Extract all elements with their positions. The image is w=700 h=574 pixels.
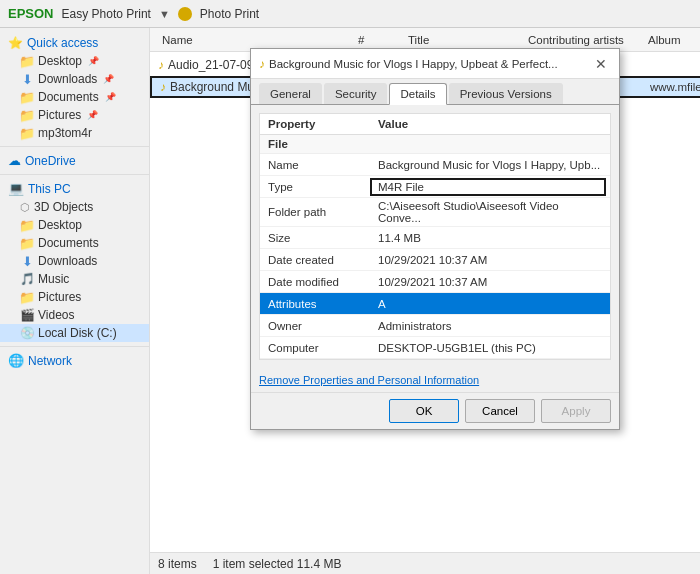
download-folder-icon: ⬇ xyxy=(20,256,34,267)
prop-val: A xyxy=(370,296,610,312)
divider xyxy=(0,146,149,147)
disk-icon: 💿 xyxy=(20,328,34,339)
prop-key: Date created xyxy=(260,252,370,268)
section-file: File xyxy=(260,135,610,154)
music-folder-icon: 🎵 xyxy=(20,274,34,285)
cancel-button[interactable]: Cancel xyxy=(465,399,535,423)
file-album: www.mfiles.co.uk xyxy=(646,81,700,93)
sidebar-quick-access[interactable]: ⭐ Quick access xyxy=(0,34,149,52)
threed-icon: ⬡ xyxy=(20,201,30,214)
col-header-name[interactable]: Name xyxy=(154,34,354,46)
folder-icon: 📁 xyxy=(20,292,34,303)
prop-key: Name xyxy=(260,157,370,173)
prop-key: Size xyxy=(260,230,370,246)
prop-val: 11.4 MB xyxy=(370,230,610,246)
network-label: Network xyxy=(28,354,72,368)
epson-label: EPSON xyxy=(8,6,54,21)
thispc-label: This PC xyxy=(28,182,71,196)
sidebar-label: Pictures xyxy=(38,108,81,122)
property-column-headers: Property Value xyxy=(260,114,610,135)
tab-security[interactable]: Security xyxy=(324,83,388,104)
sidebar-network[interactable]: 🌐 Network xyxy=(0,351,149,370)
prop-row-created: Date created 10/29/2021 10:37 AM xyxy=(260,249,610,271)
sidebar-item-desktop-pc[interactable]: 📁 Desktop xyxy=(0,216,149,234)
top-bar: EPSON Easy Photo Print ▼ Photo Print xyxy=(0,0,700,28)
sidebar-label: Desktop xyxy=(38,54,82,68)
sidebar-item-pictures-quick[interactable]: 📁 Pictures 📌 xyxy=(0,106,149,124)
col-header-hash[interactable]: # xyxy=(354,34,404,46)
sidebar-label: 3D Objects xyxy=(34,200,93,214)
selected-info: 1 item selected 11.4 MB xyxy=(213,557,342,571)
sidebar: ⭐ Quick access 📁 Desktop 📌 ⬇ Downloads 📌… xyxy=(0,28,150,574)
col-property: Property xyxy=(260,116,370,132)
sidebar-thispc[interactable]: 💻 This PC xyxy=(0,179,149,198)
sidebar-label: Pictures xyxy=(38,290,81,304)
prop-row-modified: Date modified 10/29/2021 10:37 AM xyxy=(260,271,610,293)
item-count: 8 items xyxy=(158,557,197,571)
col-header-artists[interactable]: Contributing artists xyxy=(524,34,644,46)
prop-row-computer: Computer DESKTOP-U5GB1EL (this PC) xyxy=(260,337,610,359)
prop-val: C:\Aiseesoft Studio\Aiseesoft Video Conv… xyxy=(370,198,610,226)
prop-row-owner: Owner Administrators xyxy=(260,315,610,337)
sidebar-item-pictures-pc[interactable]: 📁 Pictures xyxy=(0,288,149,306)
prop-val: DESKTOP-U5GB1EL (this PC) xyxy=(370,340,610,356)
sidebar-label: Local Disk (C:) xyxy=(38,326,117,340)
easy-photo-label: Easy Photo Print xyxy=(62,7,151,21)
prop-val: 10/29/2021 10:37 AM xyxy=(370,274,610,290)
pin-icon: 📌 xyxy=(105,92,116,102)
sidebar-label: Documents xyxy=(38,236,99,250)
folder-icon: 📁 xyxy=(20,128,34,139)
col-header-album[interactable]: Album xyxy=(644,34,700,46)
sidebar-label: Documents xyxy=(38,90,99,104)
sidebar-item-documents-quick[interactable]: 📁 Documents 📌 xyxy=(0,88,149,106)
remove-properties-link[interactable]: Remove Properties and Personal Informati… xyxy=(251,368,619,392)
dialog-close-button[interactable]: ✕ xyxy=(591,54,611,74)
music-file-icon: ♪ xyxy=(158,58,164,72)
tab-general[interactable]: General xyxy=(259,83,322,104)
divider xyxy=(0,346,149,347)
sidebar-item-documents-pc[interactable]: 📁 Documents xyxy=(0,234,149,252)
dialog-overlay: ♪ Background Music for Vlogs I Happy, Up… xyxy=(150,28,700,574)
sidebar-label: mp3tom4r xyxy=(38,126,92,140)
dialog-title-text: Background Music for Vlogs I Happy, Upbe… xyxy=(269,58,587,70)
onedrive-icon: ☁ xyxy=(8,153,21,168)
dropdown-arrow[interactable]: ▼ xyxy=(159,8,170,20)
prop-row-attributes: Attributes A xyxy=(260,293,610,315)
sidebar-item-downloads-quick[interactable]: ⬇ Downloads 📌 xyxy=(0,70,149,88)
prop-val: 10/29/2021 10:37 AM xyxy=(370,252,610,268)
tab-previous-versions[interactable]: Previous Versions xyxy=(449,83,563,104)
sidebar-label: Music xyxy=(38,272,69,286)
prop-val: Background Music for Vlogs I Happy, Upb.… xyxy=(370,157,610,173)
computer-icon: 💻 xyxy=(8,181,24,196)
prop-val: Administrators xyxy=(370,318,610,334)
sidebar-item-downloads-pc[interactable]: ⬇ Downloads xyxy=(0,252,149,270)
folder-icon: 📁 xyxy=(20,110,34,121)
prop-row-folder: Folder path C:\Aiseesoft Studio\Aiseesof… xyxy=(260,198,610,227)
ok-button[interactable]: OK xyxy=(389,399,459,423)
col-value: Value xyxy=(370,116,610,132)
star-icon: ⭐ xyxy=(8,36,23,50)
sidebar-onedrive[interactable]: ☁ OneDrive xyxy=(0,151,149,170)
quick-access-label: Quick access xyxy=(27,36,98,50)
prop-key: Type xyxy=(260,179,370,195)
folder-icon: 📁 xyxy=(20,238,34,249)
sidebar-item-music[interactable]: 🎵 Music xyxy=(0,270,149,288)
divider xyxy=(0,174,149,175)
prop-val-boxed: M4R File xyxy=(370,178,606,196)
sidebar-item-3d-objects[interactable]: ⬡ 3D Objects xyxy=(0,198,149,216)
network-icon: 🌐 xyxy=(8,353,24,368)
dialog-titlebar: ♪ Background Music for Vlogs I Happy, Up… xyxy=(251,49,619,79)
pin-icon: 📌 xyxy=(103,74,114,84)
properties-dialog: ♪ Background Music for Vlogs I Happy, Up… xyxy=(250,48,620,430)
sidebar-item-desktop-quick[interactable]: 📁 Desktop 📌 xyxy=(0,52,149,70)
tab-details[interactable]: Details xyxy=(389,83,446,105)
sidebar-item-videos[interactable]: 🎬 Videos xyxy=(0,306,149,324)
folder-icon: 📁 xyxy=(20,92,34,103)
photo-icon xyxy=(178,7,192,21)
sidebar-item-local-disk[interactable]: 💿 Local Disk (C:) xyxy=(0,324,149,342)
prop-key: Owner xyxy=(260,318,370,334)
apply-button[interactable]: Apply xyxy=(541,399,611,423)
col-header-title[interactable]: Title xyxy=(404,34,524,46)
sidebar-label: Downloads xyxy=(38,72,97,86)
sidebar-item-mp3tom4r[interactable]: 📁 mp3tom4r xyxy=(0,124,149,142)
